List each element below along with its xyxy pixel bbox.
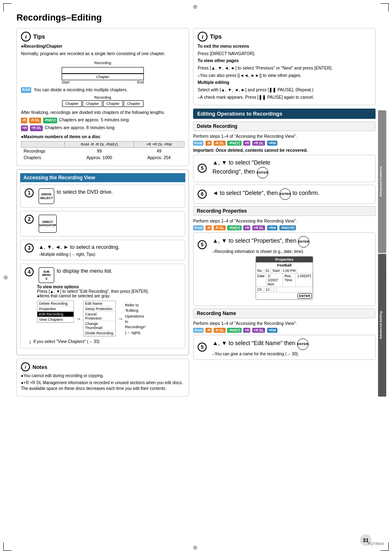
- prdl-badge: +R DL: [30, 125, 43, 131]
- step2-box: 2 DIRECTNAVIGATOR: [20, 211, 185, 236]
- rdl-badge: -R DL: [29, 118, 41, 123]
- step4-circle: 4: [25, 267, 34, 276]
- recordings-label: Recordings: [21, 148, 65, 155]
- menu-item-view-chapters: View Chapters: [37, 317, 74, 322]
- name-badge-pr: +R: [243, 328, 250, 333]
- step4-more: To view more options Press [▲, ▼] to sel…: [37, 285, 181, 298]
- chapter-bar: Chapter: [62, 74, 144, 80]
- name-badge-prdl: +R DL: [252, 328, 265, 333]
- step4-bullet: ●Items that cannot be selected are gray.: [37, 294, 110, 298]
- note1: ●You cannot edit during recording or cop…: [21, 373, 184, 379]
- after-finalizing-text: After finalizing, recordings are divided…: [21, 109, 184, 116]
- notes-box: i Notes ●You cannot edit during recordin…: [16, 359, 189, 396]
- prop-enter-btn: ENTER: [256, 292, 313, 299]
- del-badge-prw: +RW: [267, 141, 277, 146]
- chapters-val1: Approx. 1000: [65, 154, 134, 161]
- step5-name-enter: ENTER: [297, 338, 309, 350]
- view-chapters-note: ↓ If you select "View Chapters" (→ 33): [29, 338, 181, 345]
- rec-chapters-diagram: Recording Chapter Chapter Chapter Chapte…: [21, 95, 184, 107]
- del-badge-r: -R: [205, 141, 212, 146]
- prop-enter-key: ENTER: [297, 293, 312, 299]
- prop-row1: No. 01 Start 1:00 PM: [256, 268, 313, 274]
- right-column: i Tips To exit the menu screens Press [D…: [193, 28, 376, 396]
- menu-diagram: Delete Recording Properties Edit Recordi…: [37, 301, 181, 336]
- diagram-arrow-row: Start End: [62, 80, 144, 84]
- step4-more-text: Press [▲, ▼] to select "Edit Recording",…: [37, 289, 149, 294]
- notes-content: ●You cannot edit during recording or cop…: [21, 373, 184, 392]
- right-tips-title: Tips: [210, 33, 222, 40]
- name-badge-rdl: -R DL: [214, 328, 226, 333]
- step5-delete-circle: 5: [198, 164, 207, 173]
- step3-sub: –Multiple editing (→ right, Tips): [39, 252, 120, 257]
- name-badge-rwv: -RW(V): [227, 328, 241, 333]
- exit-title: To exit the menu screens: [198, 44, 249, 49]
- menu-item-edit-name: Edit Name: [83, 301, 115, 306]
- menu-item-cancel-protection: Cancel Protection: [83, 312, 115, 321]
- step5-props-text: ▲, ▼ to select "Properties", then ENTER: [212, 236, 309, 248]
- prop-row3: Ch. 12: [256, 287, 313, 292]
- right-tips-content: To exit the menu screens Press [DIRECT N…: [198, 43, 371, 100]
- left-column: i Tips ●Recording/Chapter Normally, prog…: [16, 28, 189, 396]
- step5-name-box: 5 ▲, ▼ to select "Edit Name" then ENTER …: [193, 335, 376, 360]
- multi-editing-title: Multiple editing: [198, 80, 229, 85]
- chapter4: Chapter: [124, 100, 143, 107]
- del-badge-rdl: -R DL: [214, 141, 226, 146]
- props-badge-r: -R: [205, 225, 212, 230]
- tips-icon: i: [21, 32, 31, 42]
- del-badge-rwv: -RW(V): [227, 141, 241, 146]
- arrow-right: →: [76, 315, 81, 322]
- chapters-label: Chapters: [21, 154, 65, 161]
- tips-title: Tips: [33, 33, 45, 40]
- max-col2-header: +R +R DL +RW: [134, 141, 184, 148]
- side-label-advanced-editing: Advanced Editing: [378, 254, 386, 396]
- step4-box: 4 SUBMENUS to display the menu list. To …: [20, 264, 185, 348]
- editing-ops-header: Editing Operations to Recordings: [193, 109, 376, 119]
- step6-circle: 6: [198, 190, 207, 199]
- page-title: Recordings–Editing: [16, 12, 376, 23]
- del-badge-prdl: +R DL: [252, 141, 265, 146]
- step5-props-box: 5 ▲, ▼ to select "Properties", then ENTE…: [193, 232, 376, 306]
- prop-ch-val: 12: [264, 287, 271, 292]
- recording-name-header: Recording Name: [193, 308, 376, 318]
- accessing-title: Accessing the Recording View: [20, 173, 185, 182]
- step3-text: ▲, ▼, ◄, ► to select a recording.: [39, 243, 120, 251]
- other-pages-text: Press [▲, ▼, ◄, ►] to select "Previous" …: [198, 65, 371, 71]
- chapter2: Chapter: [83, 100, 102, 107]
- step5-name-text: ▲, ▼ to select "Edit Name" then ENTER: [212, 338, 309, 350]
- view-chapters-text: If you select "View Chapters" (→ 33): [33, 339, 99, 344]
- step5-delete-enter: ENTER: [257, 167, 268, 178]
- max-section-title: ●Maximum numbers of items on a disc: [21, 134, 184, 140]
- step5-name-circle: 5: [198, 343, 207, 352]
- props-badge-prdl: +R DL: [252, 225, 265, 230]
- tips-section1-text: Normally, programs are recorded as a sin…: [21, 51, 184, 57]
- recording-label: Recording: [94, 61, 111, 65]
- step4-icon: SUBMENUS: [39, 267, 54, 283]
- prop-restime-val: 1:00(SP): [296, 274, 313, 287]
- delete-perform: Perform steps 1–4 of "Accessing the Reco…: [193, 134, 376, 139]
- refer-to-text: Refer to"EditingOperationstoRecordings"(…: [125, 302, 146, 335]
- side-labels: Advanced Features Advanced Editing: [378, 110, 386, 396]
- pr-badge: +R: [21, 125, 28, 131]
- note2: ●+R +R DL Management information is reco…: [21, 380, 184, 392]
- step2-icon: DIRECTNAVIGATOR: [39, 215, 57, 233]
- props-badge-rwv: -RW(V): [227, 225, 241, 230]
- rwv-badge: -RW(V): [43, 118, 57, 123]
- prop-start-label: Start: [271, 268, 281, 273]
- props-badge-pr: +R: [243, 225, 250, 230]
- chapters-row: Chapter Chapter Chapter Chapter: [21, 100, 184, 107]
- step1-circle: 1: [25, 188, 34, 197]
- prop-name: Football: [256, 262, 313, 268]
- props-badge-prw: +RW: [267, 225, 277, 230]
- ram-badge: RAM: [21, 87, 31, 93]
- step3-circle: 3: [25, 243, 34, 253]
- prop-date-label: Date: [256, 274, 266, 287]
- multi-editing-sub: –A check mark appears. Press [❚❚ PAUSE] …: [198, 94, 371, 100]
- name-badge-r: -R: [205, 328, 212, 333]
- side-label-advanced-features: Advanced Features: [378, 110, 386, 253]
- arrow-right2: →: [118, 315, 123, 322]
- rec-chapter-diagram: Recording Chapter Start End: [21, 59, 184, 84]
- max-table: RAM -R -R DL -RW(V) +R +R DL +RW Recordi…: [21, 141, 184, 161]
- step5-delete-text: ▲, ▼ to select "DeleteRecording", then E…: [212, 158, 270, 178]
- step2-circle: 2: [25, 215, 34, 224]
- recording-bar: [62, 67, 144, 74]
